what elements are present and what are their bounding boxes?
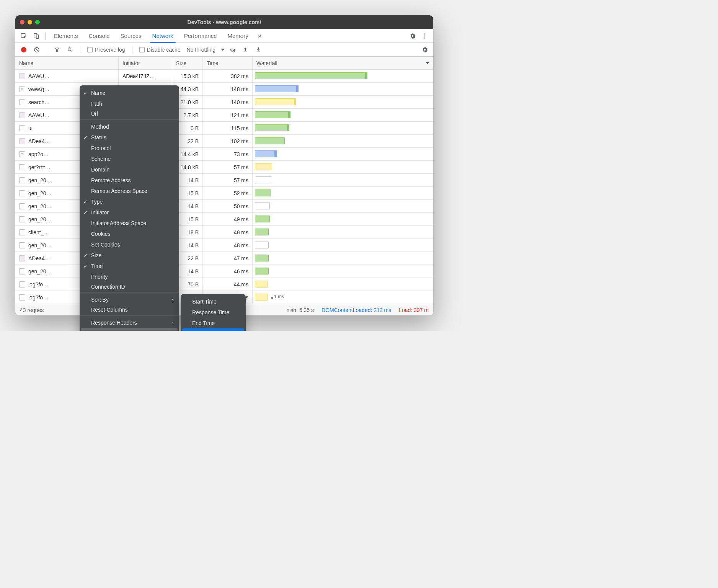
menu-item-label: Sort By	[91, 297, 109, 303]
col-initiator[interactable]: Initiator	[119, 57, 172, 69]
menu-item[interactable]: Sort By›	[80, 294, 179, 305]
device-toggle-icon[interactable]	[31, 31, 41, 41]
menu-item-label: Domain	[91, 167, 109, 173]
menu-item[interactable]: Response Headers›	[80, 317, 179, 328]
time-cell: 140 ms	[203, 96, 253, 108]
menu-item[interactable]: Scheme	[80, 154, 179, 164]
table-row[interactable]: client_…(index):318 B48 ms	[15, 226, 433, 239]
more-tabs-icon[interactable]: »	[255, 31, 265, 41]
menu-item-label: Initiator	[91, 209, 109, 216]
menu-item[interactable]: Cookies	[80, 229, 179, 239]
time-cell: 47 ms	[203, 252, 253, 265]
filter-icon[interactable]	[52, 44, 62, 55]
menu-item[interactable]: Protocol	[80, 143, 179, 154]
close-window-button[interactable]	[20, 20, 24, 24]
menu-item[interactable]: End Time	[181, 318, 246, 328]
resource-name: gen_20…	[28, 203, 52, 209]
menu-item-label: Start Time	[192, 299, 217, 305]
table-row[interactable]: gen_20…(index):1214 B50 ms	[15, 200, 433, 213]
menu-item[interactable]: ✓Total Duration	[182, 328, 244, 331]
maximize-window-button[interactable]	[35, 20, 40, 24]
status-domcontentloaded: DOMContentLoaded: 212 ms	[321, 307, 391, 313]
table-row[interactable]: gen_20…(index):21514 B48 ms	[15, 239, 433, 252]
select-element-icon[interactable]	[18, 31, 29, 41]
tab-performance[interactable]: Performance	[180, 29, 222, 42]
menu-item[interactable]: ✓Initiator	[80, 207, 179, 218]
menu-item[interactable]: Waterfall›	[81, 328, 178, 331]
menu-item[interactable]: Set Cookies	[80, 239, 179, 250]
time-cell: 48 ms	[203, 226, 253, 238]
menu-item[interactable]: Reset Columns	[80, 305, 179, 316]
menu-item[interactable]: Path	[80, 98, 179, 109]
menu-item[interactable]: ✓Size	[80, 250, 179, 261]
search-icon[interactable]	[65, 44, 75, 55]
menu-item[interactable]: ✓Time	[80, 261, 179, 271]
menu-item[interactable]: Start Time	[181, 296, 246, 307]
menu-item[interactable]: ✓Name	[80, 88, 179, 98]
menu-item[interactable]: Priority	[80, 271, 179, 282]
disable-cache-checkbox[interactable]: Disable cache	[137, 47, 183, 53]
table-row[interactable]: gen_20…(index):11615 B49 ms	[15, 213, 433, 226]
resource-icon	[19, 73, 25, 79]
network-conditions-icon[interactable]	[227, 44, 238, 55]
initiator-link[interactable]: ADea4I7IfZ…	[122, 73, 155, 79]
menu-item-label: Response Time	[192, 309, 229, 315]
table-row[interactable]: search…m=cdos,dp…21.0 kB140 ms	[15, 96, 433, 109]
kebab-menu-icon[interactable]	[419, 31, 430, 41]
table-row[interactable]: log?fo…70 B44 ms	[15, 278, 433, 291]
download-har-icon[interactable]	[253, 44, 264, 55]
menu-item[interactable]: ✓Status	[80, 132, 179, 143]
menu-item-label: Method	[91, 124, 109, 130]
waterfall-submenu[interactable]: Start TimeResponse TimeEnd Time✓Total Du…	[181, 294, 246, 331]
table-row[interactable]: www.g…Other44.3 kB148 ms	[15, 83, 433, 96]
table-row[interactable]: AAWU…ADea4I7IfZ…2.7 kB121 ms	[15, 109, 433, 122]
col-size[interactable]: Size	[172, 57, 203, 69]
resource-name: client_…	[28, 229, 49, 235]
settings-icon[interactable]	[407, 31, 418, 41]
record-button[interactable]	[18, 44, 29, 55]
upload-har-icon[interactable]	[240, 44, 251, 55]
table-row[interactable]: gen_20…(index):11615 B52 ms	[15, 187, 433, 200]
menu-item[interactable]: Remote Address Space	[80, 186, 179, 196]
menu-item[interactable]: Method	[80, 121, 179, 132]
resource-name: ui	[28, 125, 33, 131]
tab-network[interactable]: Network	[148, 29, 178, 42]
table-row[interactable]: gen_20…m=cdos,dp…14 B57 ms	[15, 174, 433, 187]
col-waterfall[interactable]: Waterfall	[253, 57, 433, 69]
table-row[interactable]: get?rt=…rs=AA2YrT…14.8 kB57 ms	[15, 161, 433, 174]
menu-item-label: Type	[91, 199, 103, 205]
tab-elements[interactable]: Elements	[49, 29, 83, 42]
menu-item-label: Protocol	[91, 145, 111, 151]
check-icon: ✓	[83, 263, 88, 269]
titlebar: DevTools - www.google.com/	[15, 15, 433, 29]
preserve-log-checkbox[interactable]: Preserve log	[85, 47, 127, 53]
tab-console[interactable]: Console	[84, 29, 114, 42]
menu-item[interactable]: Remote Address	[80, 175, 179, 186]
menu-item[interactable]: Response Time	[181, 307, 246, 318]
menu-item[interactable]: Connection ID	[80, 282, 179, 293]
menu-item[interactable]: ✓Type	[80, 196, 179, 207]
col-time[interactable]: Time	[203, 57, 253, 69]
column-context-menu[interactable]: ✓NamePathUrlMethod✓StatusProtocolSchemeD…	[80, 85, 179, 331]
waterfall-cell	[253, 161, 433, 173]
panel-settings-icon[interactable]	[419, 44, 430, 55]
preserve-log-label: Preserve log	[95, 47, 125, 53]
menu-item[interactable]: Domain	[80, 164, 179, 175]
table-row[interactable]: ADea4…(index)22 B102 ms	[15, 135, 433, 148]
resource-name: www.g…	[28, 86, 49, 92]
tab-memory[interactable]: Memory	[223, 29, 253, 42]
minimize-window-button[interactable]	[28, 20, 32, 24]
check-icon: ✓	[83, 199, 88, 205]
table-row[interactable]: uim=DhPYm…0 B115 ms	[15, 122, 433, 135]
tab-sources[interactable]: Sources	[116, 29, 146, 42]
waterfall-cell	[253, 174, 433, 186]
table-row[interactable]: gen_20…14 B46 ms	[15, 265, 433, 278]
menu-item[interactable]: Url	[80, 109, 179, 120]
throttling-select[interactable]: No throttling	[185, 47, 217, 53]
clear-button[interactable]	[31, 44, 42, 55]
menu-item[interactable]: Initiator Address Space	[80, 218, 179, 229]
col-name[interactable]: Name	[15, 57, 119, 69]
table-row[interactable]: ADea4…app?origin…22 B47 ms	[15, 252, 433, 265]
table-row[interactable]: app?o…rs=AA2YrT…14.4 kB73 ms	[15, 148, 433, 161]
table-row[interactable]: AAWU…ADea4I7IfZ…15.3 kB382 ms	[15, 70, 433, 83]
